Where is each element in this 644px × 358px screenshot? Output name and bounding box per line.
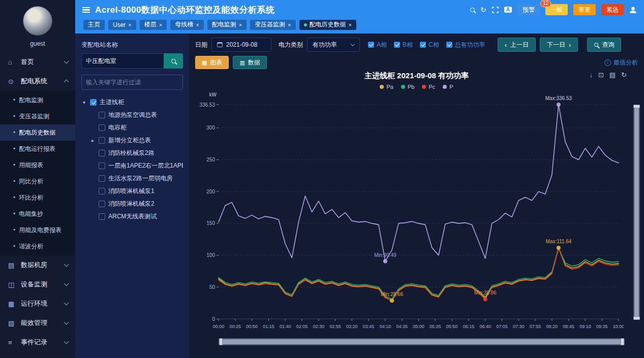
tab-主页[interactable]: 主页 <box>83 20 105 30</box>
sidebar-subitem-配电运行报表[interactable]: •配电运行报表 <box>0 141 75 157</box>
hamburger-menu-icon[interactable] <box>82 7 90 13</box>
tab-配电历史数据[interactable]: 配电历史数据× <box>299 20 356 30</box>
close-icon[interactable]: × <box>239 22 242 28</box>
tree-node-主进线柜[interactable]: ▾主进线柜 <box>81 96 183 109</box>
sidebar-item-事件记录[interactable]: ≡事件记录 <box>0 333 75 352</box>
sidebar-item-设备监测[interactable]: ◫设备监测 <box>0 275 75 294</box>
checkbox-unchecked[interactable] <box>99 201 105 207</box>
energy-management-icon: ▧ <box>8 319 17 327</box>
sidebar-item-运行环境[interactable]: ▦运行环境 <box>0 294 75 313</box>
tab-母线槽[interactable]: 母线槽× <box>170 20 203 30</box>
alarm-button-一般[interactable]: 12一般 <box>545 4 568 15</box>
sidebar-subitem-配电历史数据[interactable]: •配电历史数据 <box>0 124 75 141</box>
sidebar-item-数据机房[interactable]: ▤数据机房 <box>0 255 75 275</box>
tree-node-电容柜[interactable]: 电容柜 <box>81 121 183 134</box>
checkbox-unchecked[interactable] <box>99 188 105 194</box>
sidebar-subitem-变压器监测[interactable]: •变压器监测 <box>0 108 75 124</box>
sidebar-subitem-配电监测[interactable]: •配电监测 <box>0 92 75 108</box>
data-view-button[interactable]: ▥ 数据 <box>233 56 266 69</box>
user-icon[interactable] <box>629 6 637 14</box>
sidebar-subitem-谐波分析[interactable]: •谐波分析 <box>0 238 75 254</box>
legend-item-Pc[interactable]: Pc <box>422 84 435 90</box>
tab-楼层[interactable]: 楼层× <box>140 20 167 30</box>
checkbox-unchecked[interactable] <box>99 150 105 156</box>
checkbox-unchecked[interactable] <box>99 162 105 169</box>
checkbox-unchecked[interactable] <box>99 124 105 131</box>
sidebar-subitem-电能集抄[interactable]: •电能集抄 <box>0 206 75 222</box>
tree-node-一层南1APE2右一层北1APE1左[interactable]: 一层南1APE2右一层北1APE1左 <box>81 159 183 172</box>
tree-node-消防喷淋机械泵2[interactable]: 消防喷淋机械泵2 <box>81 198 183 210</box>
tree-collapse-icon[interactable]: ▸ <box>90 138 96 143</box>
tree-node-消防喷淋机械泵1[interactable]: 消防喷淋机械泵1 <box>81 185 183 198</box>
refresh-icon[interactable]: ↻ <box>480 6 486 13</box>
prev-day-button[interactable]: ‹ 上一日 <box>498 38 536 52</box>
data-view-icon[interactable]: ▤ <box>609 71 616 79</box>
save-image-icon[interactable]: ↓ <box>589 71 593 79</box>
tree-node-消防栓机械泵2路[interactable]: 消防栓机械泵2路 <box>81 147 183 159</box>
sidebar-item-首页[interactable]: ⌂首页 <box>0 52 75 72</box>
close-icon[interactable]: × <box>196 22 199 28</box>
tree-node-新增分立柜总表[interactable]: ▸新增分立柜总表 <box>81 134 183 147</box>
vertical-datazoom-slider[interactable] <box>633 105 640 320</box>
info-icon: i <box>604 59 611 66</box>
next-day-button[interactable]: 下一日 › <box>540 38 578 52</box>
sidebar-item-能效管理[interactable]: ▧能效管理 <box>0 313 75 333</box>
data-zoom-icon[interactable]: ⊡ <box>598 71 604 79</box>
tree-filter-input[interactable] <box>81 75 183 90</box>
sidebar-item-配电系统[interactable]: ⊙配电系统 <box>0 72 75 91</box>
tree-node-地源热泵空调总表[interactable]: 地源热泵空调总表 <box>81 109 183 121</box>
checkbox-unchecked[interactable] <box>99 137 105 144</box>
chart-view-button[interactable]: ▦ 图表 <box>195 56 229 69</box>
tab-配电监测[interactable]: 配电监测× <box>207 20 247 30</box>
query-button[interactable]: 查询 <box>587 38 621 52</box>
alarm-label: 预警 <box>523 6 535 13</box>
bullet-icon: • <box>13 178 15 185</box>
sidebar-subitem-同比分析[interactable]: •同比分析 <box>0 173 75 189</box>
checkbox-unchecked[interactable] <box>99 112 105 118</box>
station-search-button[interactable] <box>164 53 183 69</box>
phase-checkbox-A相[interactable]: A相 <box>368 41 387 49</box>
phase-checkbox-C相[interactable]: C相 <box>420 41 439 49</box>
sidebar-subitem-用能及电费报表[interactable]: •用能及电费报表 <box>0 222 75 238</box>
legend-item-Pa[interactable]: Pa <box>380 84 393 90</box>
legend-item-Pb[interactable]: Pb <box>401 84 414 90</box>
avatar[interactable] <box>23 6 52 36</box>
checkbox-checked[interactable] <box>368 42 374 48</box>
tree-expand-icon[interactable]: ▾ <box>81 100 87 105</box>
max-analysis-link[interactable]: i 最值分析 <box>604 58 638 67</box>
sidebar-subitem-用能报表[interactable]: •用能报表 <box>0 157 75 173</box>
checkbox-unchecked[interactable] <box>99 213 105 220</box>
checkbox-checked[interactable] <box>446 42 452 48</box>
close-icon[interactable]: × <box>349 22 352 28</box>
tab-变压器监测[interactable]: 变压器监测× <box>250 20 295 30</box>
checkbox-checked[interactable] <box>420 42 426 48</box>
tree-node-ARCM无线表测试[interactable]: ARCM无线表测试 <box>81 210 183 223</box>
tab-User[interactable]: User× <box>108 20 136 30</box>
restore-icon[interactable]: ↻ <box>621 71 627 79</box>
data-room-icon: ▤ <box>8 262 17 269</box>
legend-item-P[interactable]: P <box>443 84 453 90</box>
alarm-button-预警[interactable]: 预警 <box>517 4 540 15</box>
font-size-icon[interactable]: A <box>504 7 512 13</box>
fullscreen-icon[interactable] <box>492 7 499 13</box>
station-name-input[interactable] <box>81 53 164 69</box>
phase-checkbox-总有功功率[interactable]: 总有功功率 <box>446 41 485 49</box>
alarm-button-紧急[interactable]: 紧急 <box>601 4 624 15</box>
sidebar-subitem-环比分析[interactable]: •环比分析 <box>0 189 75 206</box>
phase-checkbox-B相[interactable]: B相 <box>394 41 413 49</box>
date-picker[interactable]: 2021-09-08 <box>211 38 271 52</box>
alarm-button-重要[interactable]: 重要 <box>573 4 596 15</box>
horizontal-datazoom-slider[interactable] <box>219 338 625 345</box>
tree-node-生活水泵2路一层弱电房[interactable]: 生活水泵2路一层弱电房 <box>81 172 183 185</box>
close-icon[interactable]: × <box>128 22 131 28</box>
checkbox-unchecked[interactable] <box>99 175 105 182</box>
checkbox-checked[interactable] <box>394 42 400 48</box>
checkbox-checked[interactable] <box>90 99 97 106</box>
close-icon[interactable]: × <box>159 22 162 28</box>
close-icon[interactable]: × <box>288 22 291 28</box>
power-category-select[interactable]: 有功功率 <box>307 38 360 52</box>
datazoom-thumb[interactable] <box>634 106 639 318</box>
search-icon[interactable] <box>470 8 475 12</box>
chevron-down-icon <box>64 59 69 64</box>
datazoom-thumb[interactable] <box>221 339 623 344</box>
